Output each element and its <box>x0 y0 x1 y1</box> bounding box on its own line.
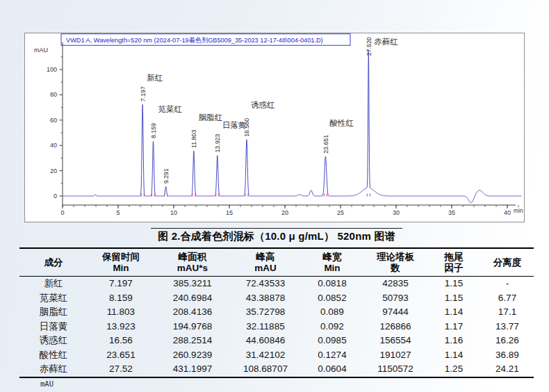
trace-layer <box>63 50 521 202</box>
x-tick-label: 20 <box>281 209 288 216</box>
table-cell: 288.2514 <box>154 334 231 348</box>
table-cell: 108.68707 <box>231 362 300 377</box>
peak-rt-label: 16.560 <box>243 118 250 137</box>
chromatogram-svg: VWD1 A, Wavelength=520 nm (2024-07-19着色剂… <box>25 33 524 222</box>
figure-caption: 图 2.合成着色剂混标（10.0 μ g/mL） 520nm 图谱 <box>151 228 402 244</box>
y-tick-label: 0 <box>54 193 57 199</box>
table-cell: 191027 <box>364 348 427 363</box>
column-header: 峰高 mAU <box>231 248 300 277</box>
table-cell: 43.38878 <box>231 291 300 306</box>
y-tick-label: 40 <box>50 142 57 149</box>
table-row: 新红7.197385.321172.435330.0818428351.15- <box>19 277 534 291</box>
table-cell: 新红 <box>19 277 88 291</box>
figure-caption-row: 图 2.合成着色剂混标（10.0 μ g/mL） 520nm 图谱 <box>19 228 534 244</box>
table-cell: 194.9768 <box>154 320 231 334</box>
table-cell: 431.1997 <box>154 362 231 377</box>
table-cell: 44.60846 <box>231 334 300 348</box>
table-cell: 42835 <box>364 277 427 291</box>
table-cell: 日落黄 <box>19 320 88 334</box>
table-cell: 7.197 <box>88 277 154 291</box>
peak-rt-label: 7.197 <box>140 86 147 101</box>
column-header: 理论塔板 数 <box>364 248 427 277</box>
table-row: 酸性红23.651260.923931.421020.12741910271.1… <box>19 348 534 363</box>
table-cell: 8.159 <box>88 291 154 306</box>
table-row: 日落黄13.923194.976832.118850.0921268661.17… <box>19 320 534 334</box>
table-cell: 260.9239 <box>154 348 231 363</box>
y-tick-label: 20 <box>50 168 57 174</box>
table-cell: 240.6984 <box>154 291 231 306</box>
peak-rt-label: 13.923 <box>214 134 221 153</box>
table-row: 诱惑红16.56288.251444.608460.09851565541.16… <box>19 334 534 348</box>
peak-name-label: 新红 <box>147 74 163 82</box>
peak-name-label: 诱惑红 <box>251 101 275 109</box>
peak-name-label: 日落黄 <box>222 121 247 129</box>
x-tick-label: 10 <box>170 209 177 216</box>
x-tick-label: 5 <box>116 209 120 216</box>
peak-rt-label: 8.159 <box>150 123 157 138</box>
table-cell: 72.43533 <box>231 277 300 291</box>
table-cell: 0.1274 <box>300 348 364 363</box>
table-cell: 1.15 <box>427 291 481 306</box>
table-row: 赤藓红27.52431.1997108.687070.060411505721.… <box>19 362 534 377</box>
column-header: 峰面积 mAU*s <box>154 248 231 277</box>
peak-rt-label: 27.520 <box>366 37 372 56</box>
chromatogram-figure: VWD1 A, Wavelength=520 nm (2024-07-19着色剂… <box>24 33 525 222</box>
table-cell: 0.0818 <box>300 277 364 291</box>
peak-rt-label: 23.651 <box>322 135 329 154</box>
table-cell: 1.14 <box>427 348 481 363</box>
y-tick-label: 80 <box>50 91 57 98</box>
table-cell: 208.4136 <box>154 305 231 320</box>
axes: 0204060801000510152025303540 <box>47 42 518 216</box>
table-row: 苋菜红8.159240.698443.388780.0852507931.156… <box>19 291 534 306</box>
peak-labels-layer: 7.197新红8.159苋菜红9.29111.803胭脂红13.923日落黄16… <box>140 37 399 183</box>
table-cell: 32.11885 <box>231 320 300 334</box>
x-tick-label: 15 <box>226 209 233 216</box>
table-cell: 赤藓红 <box>19 362 88 377</box>
table-cell: 0.089 <box>300 305 364 320</box>
table-cell: 11.803 <box>88 305 154 320</box>
x-tick-label: 40 <box>504 209 511 216</box>
peak-name-label: 酸性红 <box>329 119 354 127</box>
y-tick-label: 100 <box>47 66 57 73</box>
y-axis-unit-label: mAU <box>34 47 48 54</box>
table-cell: 苋菜红 <box>19 291 88 306</box>
table-cell: 酸性红 <box>19 348 88 363</box>
table-cell: 385.3211 <box>154 277 231 291</box>
table-cell: 1.16 <box>427 334 481 348</box>
table-cell: 1.14 <box>427 305 481 320</box>
table-cell: 13.923 <box>88 320 154 334</box>
table-cell: 156554 <box>364 334 427 348</box>
table-cell: 0.0985 <box>300 334 364 348</box>
table-cell: 97444 <box>364 305 427 320</box>
table-row: 胭脂红11.803208.413635.727980.089974441.141… <box>19 305 534 320</box>
column-header: 拖尾 因子 <box>427 248 481 277</box>
peak-name-label: 胭脂红 <box>199 113 223 122</box>
report-page: VWD1 A, Wavelength=520 nm (2024-07-19着色剂… <box>0 0 549 392</box>
table-cell: 16.56 <box>88 334 154 348</box>
peak-name-label: 赤藓红 <box>374 38 398 46</box>
column-header: 保留时间 Min <box>88 248 154 277</box>
signal-title: VWD1 A, Wavelength=520 nm (2024-07-19着色剂… <box>66 37 323 44</box>
y-tick-label: 60 <box>50 117 57 124</box>
x-tick-label: 30 <box>393 209 400 216</box>
table-cell: 1.25 <box>427 362 481 377</box>
table-cell: 0.0604 <box>300 362 364 377</box>
table-cell: 50793 <box>364 291 427 306</box>
table-cell: 0.0852 <box>300 291 364 306</box>
table-cell: - <box>481 277 534 291</box>
peak-name-label: 苋菜红 <box>158 105 183 113</box>
table-cell: 36.89 <box>481 348 534 363</box>
x-tick-label: 25 <box>337 209 344 216</box>
peak-rt-label: 9.291 <box>163 168 170 183</box>
column-header: 成分 <box>19 248 88 277</box>
table-cell: 24.21 <box>481 362 534 377</box>
table-cell: 13.77 <box>481 320 534 334</box>
table-cell: 17.1 <box>481 305 534 320</box>
table-cell: 126866 <box>364 320 427 334</box>
peak-rt-label: 11.803 <box>190 130 197 148</box>
chromatogram-trace <box>63 50 521 202</box>
table-cell: 0.092 <box>300 320 364 334</box>
table-cell: 1150572 <box>364 362 427 377</box>
table-cell: 1.15 <box>427 277 481 291</box>
table-cell: 31.42102 <box>231 348 300 363</box>
